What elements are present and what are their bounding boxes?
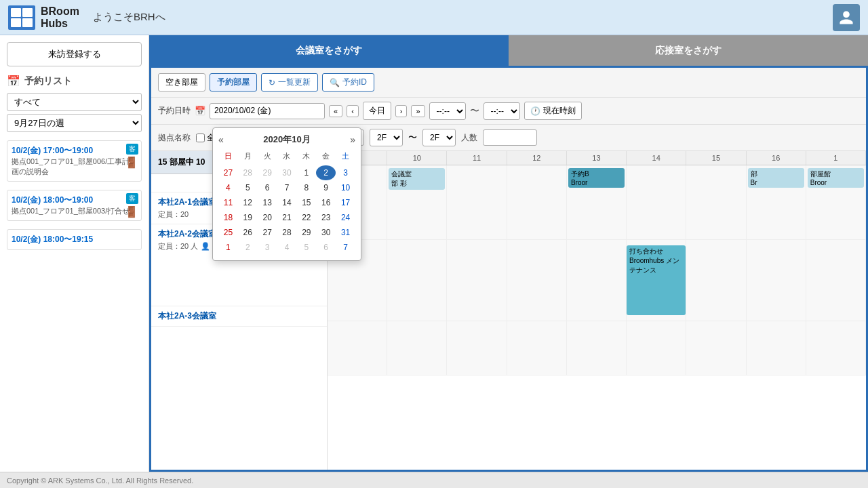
tl-cell[interactable] bbox=[686, 240, 746, 321]
capacity-input[interactable] bbox=[483, 129, 537, 146]
tl-cell[interactable]: 部 Br bbox=[747, 165, 806, 239]
dp-day[interactable]: 5 bbox=[296, 240, 316, 255]
dp-day[interactable]: 27 bbox=[218, 165, 238, 180]
tl-cell[interactable]: 会議室 部 彩 bbox=[387, 165, 447, 239]
dp-day[interactable]: 2 bbox=[316, 165, 336, 180]
tab-meeting-room[interactable]: 会議室をさがす bbox=[149, 35, 509, 66]
dp-day[interactable]: 31 bbox=[336, 225, 355, 240]
dp-day[interactable]: 5 bbox=[238, 180, 258, 195]
dp-day[interactable]: 18 bbox=[218, 210, 238, 225]
tl-cell[interactable] bbox=[447, 240, 507, 321]
dp-day[interactable]: 29 bbox=[258, 165, 277, 180]
dp-day[interactable]: 13 bbox=[258, 195, 277, 210]
dp-day[interactable]: 1 bbox=[296, 165, 316, 180]
reservation-item[interactable]: 10/2(金) 17:00〜19:00 拠点001_フロア01_部屋006/工事… bbox=[7, 140, 142, 182]
nav-next-button[interactable]: › bbox=[395, 105, 408, 117]
tl-cell[interactable] bbox=[328, 321, 387, 375]
dp-day[interactable]: 6 bbox=[258, 180, 277, 195]
tl-cell[interactable] bbox=[686, 321, 746, 375]
dp-day[interactable]: 15 bbox=[296, 195, 316, 210]
dp-next-button[interactable]: » bbox=[350, 134, 355, 145]
tl-cell[interactable] bbox=[507, 165, 567, 239]
time-to-select[interactable]: --:-- bbox=[484, 102, 520, 120]
nav-next-next-button[interactable]: » bbox=[411, 105, 425, 117]
empty-rooms-button[interactable]: 空き部屋 bbox=[158, 73, 205, 92]
dp-day[interactable]: 21 bbox=[277, 210, 297, 225]
dp-day[interactable]: 17 bbox=[336, 195, 355, 210]
dp-day[interactable]: 14 bbox=[277, 195, 297, 210]
tl-cell[interactable]: 部屋館 Broor bbox=[806, 165, 866, 239]
current-time-button[interactable]: 🕐 現在時刻 bbox=[524, 102, 582, 120]
tl-cell[interactable] bbox=[806, 240, 866, 321]
visit-register-button[interactable]: 来訪登録する bbox=[7, 42, 142, 66]
dp-day[interactable]: 24 bbox=[336, 210, 355, 225]
timeline-event[interactable]: 予約B Broor bbox=[568, 168, 625, 188]
dp-day[interactable]: 3 bbox=[258, 240, 277, 255]
tl-cell[interactable] bbox=[387, 321, 447, 375]
dp-day[interactable]: 19 bbox=[238, 210, 258, 225]
tl-cell[interactable] bbox=[747, 240, 806, 321]
tl-cell[interactable]: 予約B Broor bbox=[567, 165, 627, 239]
dp-prev-button[interactable]: « bbox=[218, 134, 224, 145]
time-from-select[interactable]: --:-- bbox=[429, 102, 466, 120]
dp-day[interactable]: 28 bbox=[238, 165, 258, 180]
dp-day[interactable]: 20 bbox=[258, 210, 277, 225]
dp-day[interactable]: 4 bbox=[277, 240, 297, 255]
dp-day[interactable]: 22 bbox=[296, 210, 316, 225]
timeline-event[interactable]: 会議室 部 彩 bbox=[389, 168, 445, 190]
reservation-item[interactable]: 10/2(金) 18:00〜19:00 拠点001_フロア01_部屋003/打合… bbox=[7, 190, 142, 221]
tl-cell[interactable] bbox=[686, 165, 746, 239]
dp-day[interactable]: 1 bbox=[218, 240, 238, 255]
dp-day[interactable]: 3 bbox=[336, 165, 355, 180]
timeline-event[interactable]: 部屋館 Broor bbox=[808, 168, 864, 188]
timeline-event[interactable]: 打ち合わせ Broomhubs メンテナンス bbox=[627, 245, 686, 315]
dp-day[interactable]: 30 bbox=[277, 165, 297, 180]
tl-cell[interactable] bbox=[627, 165, 686, 239]
dp-day[interactable]: 7 bbox=[277, 180, 297, 195]
nav-prev-button[interactable]: ‹ bbox=[347, 105, 359, 117]
tl-cell[interactable] bbox=[507, 321, 567, 375]
floor-from-select[interactable]: 2F bbox=[370, 129, 403, 146]
dp-day[interactable]: 2 bbox=[238, 240, 258, 255]
dp-day[interactable]: 12 bbox=[238, 195, 258, 210]
dp-day[interactable]: 6 bbox=[316, 240, 336, 255]
dp-day[interactable]: 27 bbox=[258, 225, 277, 240]
reserved-rooms-button[interactable]: 予約部屋 bbox=[210, 73, 257, 92]
dp-day[interactable]: 11 bbox=[218, 195, 238, 210]
dp-day[interactable]: 30 bbox=[316, 225, 336, 240]
today-button[interactable]: 今日 bbox=[363, 102, 391, 120]
tab-reception-room[interactable]: 応接室をさがす bbox=[509, 35, 868, 66]
filter-week-select[interactable]: 9月27日の週 bbox=[7, 114, 142, 132]
tl-cell[interactable] bbox=[627, 321, 686, 375]
user-icon[interactable] bbox=[833, 4, 860, 31]
dp-day[interactable]: 8 bbox=[296, 180, 316, 195]
checkbox-all[interactable] bbox=[196, 134, 205, 142]
dp-day[interactable]: 7 bbox=[336, 240, 355, 255]
dp-day[interactable]: 9 bbox=[316, 180, 336, 195]
dp-day[interactable]: 4 bbox=[218, 180, 238, 195]
reservation-item[interactable]: 10/2(金) 18:00〜19:15 bbox=[7, 229, 142, 250]
tl-cell[interactable]: 打ち合わせ Broomhubs メンテナンス bbox=[627, 240, 686, 321]
tl-cell[interactable] bbox=[447, 165, 507, 239]
floor-to-select[interactable]: 2F bbox=[422, 129, 456, 146]
dp-day[interactable]: 23 bbox=[316, 210, 336, 225]
filter-all-select[interactable]: すべて bbox=[7, 93, 142, 111]
timeline-event[interactable]: 部 Br bbox=[748, 168, 804, 188]
refresh-button[interactable]: ↻ 一覧更新 bbox=[261, 73, 318, 92]
tl-cell[interactable] bbox=[747, 321, 806, 375]
tl-cell[interactable] bbox=[806, 321, 866, 375]
dp-day[interactable]: 16 bbox=[316, 195, 336, 210]
tl-cell[interactable] bbox=[387, 240, 447, 321]
tl-cell[interactable] bbox=[567, 240, 627, 321]
dp-day[interactable]: 25 bbox=[218, 225, 238, 240]
dp-day[interactable]: 28 bbox=[277, 225, 297, 240]
nav-prev-prev-button[interactable]: « bbox=[329, 105, 342, 117]
tl-cell[interactable] bbox=[447, 321, 507, 375]
dp-day[interactable]: 29 bbox=[296, 225, 316, 240]
dp-day[interactable]: 10 bbox=[336, 180, 355, 195]
reserve-id-button[interactable]: 🔍 予約ID bbox=[322, 73, 374, 92]
tl-cell[interactable] bbox=[567, 321, 627, 375]
tl-cell[interactable] bbox=[507, 240, 567, 321]
room-name[interactable]: 本社2A-3会議室 bbox=[158, 310, 320, 322]
date-input[interactable] bbox=[210, 103, 325, 119]
